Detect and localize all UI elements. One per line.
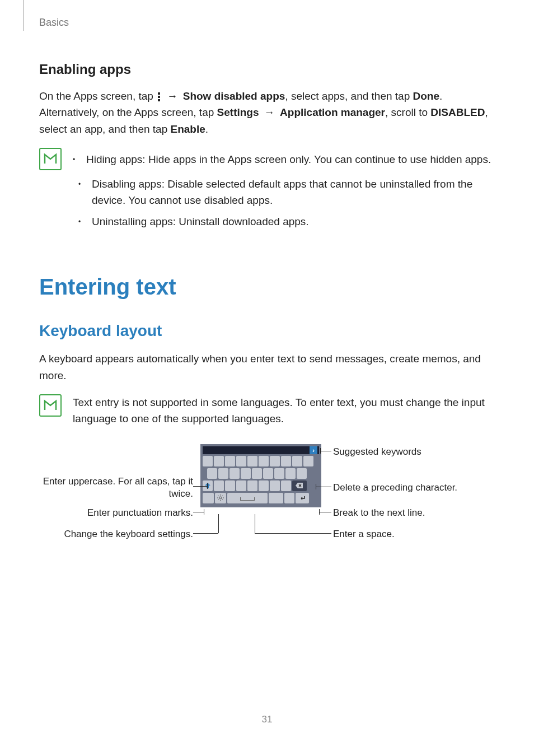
enter-key-icon — [296, 493, 309, 503]
suggestion-bar: › — [203, 446, 319, 454]
svg-rect-0 — [158, 92, 160, 95]
keyboard-row-4 — [203, 493, 319, 503]
arrow-icon: → — [162, 90, 183, 102]
enabling-apps-paragraph-1: On the Apps screen, tap → Show disabled … — [39, 88, 495, 137]
keyboard-row-2 — [203, 468, 319, 479]
keyboard-layout-intro: A keyboard appears automatically when yo… — [39, 351, 495, 384]
list-item: Hiding apps: Hide apps in the Apps scree… — [73, 151, 495, 167]
heading-keyboard-layout: Keyboard layout — [39, 322, 495, 340]
callout-suggested-keywords: Suggested keywords — [333, 446, 421, 458]
heading-enabling-apps: Enabling apps — [39, 62, 495, 77]
backspace-key-icon — [292, 480, 307, 491]
text-bold: Application manager — [280, 106, 385, 118]
more-options-icon — [157, 92, 161, 101]
chevron-right-icon: › — [310, 446, 317, 454]
text: Alternatively, on the Apps screen, tap — [39, 106, 217, 118]
keyboard-row-3 — [203, 480, 319, 491]
list-item: Uninstalling apps: Uninstall downloaded … — [78, 213, 495, 230]
note-icon — [39, 148, 62, 170]
space-key — [227, 493, 268, 503]
text: On the Apps screen, tap — [39, 90, 156, 102]
callout-space: Enter a space. — [333, 528, 395, 540]
text: . — [439, 90, 442, 102]
svg-rect-2 — [158, 99, 160, 101]
text-bold: Settings — [217, 106, 259, 118]
callout-punctuation: Enter punctuation marks. — [39, 507, 193, 519]
callout-next-line: Break to the next line. — [333, 507, 425, 519]
svg-point-3 — [219, 497, 222, 499]
text: , select apps, and then tap — [285, 90, 413, 102]
callout-delete-character: Delete a preceding character. — [333, 482, 457, 494]
list-item: Disabling apps: Disable selected default… — [78, 176, 495, 209]
svg-rect-1 — [158, 96, 160, 98]
note-icon — [39, 394, 62, 417]
header-divider — [24, 0, 24, 31]
keyboard-row-1 — [203, 456, 319, 466]
period-key — [284, 493, 294, 503]
text-bold: Enable — [171, 123, 205, 135]
arrow-icon: → — [259, 106, 280, 118]
keyboard-graphic: › — [200, 444, 321, 507]
svg-line-9 — [222, 500, 223, 500]
dotcom-key — [269, 493, 283, 503]
breadcrumb: Basics — [39, 17, 69, 28]
svg-line-8 — [218, 496, 219, 496]
keyboard-diagram: › — [39, 444, 495, 584]
symbols-key — [203, 493, 214, 503]
text-bold: Show disabled apps — [183, 90, 285, 102]
callout-uppercase: Enter uppercase. For all caps, tap it tw… — [39, 475, 193, 500]
callout-keyboard-settings: Change the keyboard settings. — [39, 528, 193, 540]
text: . — [205, 123, 208, 135]
svg-line-11 — [222, 496, 223, 496]
text-bold: Done — [413, 90, 440, 102]
page-number: 31 — [0, 714, 534, 725]
settings-key-icon — [215, 493, 226, 503]
text-bold: DISABLED — [430, 106, 485, 118]
svg-line-10 — [218, 500, 219, 500]
heading-entering-text: Entering text — [39, 274, 495, 300]
note-text: Text entry is not supported in some lang… — [73, 394, 495, 427]
text: , scroll to — [385, 106, 430, 118]
